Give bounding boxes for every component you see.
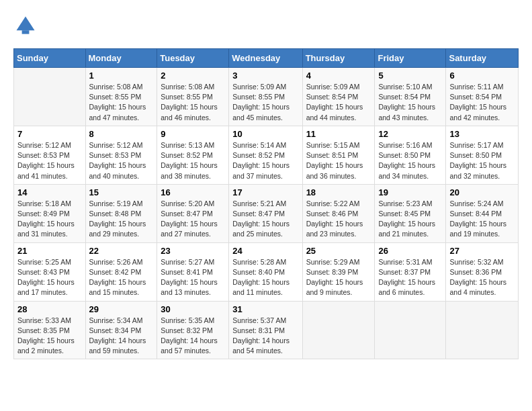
day-info: Sunrise: 5:10 AMSunset: 8:54 PMDaylight:… xyxy=(378,82,442,123)
calendar-cell: 24Sunrise: 5:28 AMSunset: 8:40 PMDayligh… xyxy=(229,242,302,301)
logo xyxy=(13,13,40,38)
calendar-cell: 21Sunrise: 5:25 AMSunset: 8:43 PMDayligh… xyxy=(14,242,86,301)
day-number: 13 xyxy=(449,129,515,139)
calendar-cell: 8Sunrise: 5:12 AMSunset: 8:53 PMDaylight… xyxy=(85,126,157,184)
day-info: Sunrise: 5:20 AMSunset: 8:47 PMDaylight:… xyxy=(161,199,225,240)
day-number: 31 xyxy=(232,304,298,314)
calendar-cell: 22Sunrise: 5:26 AMSunset: 8:42 PMDayligh… xyxy=(85,242,157,301)
day-info: Sunrise: 5:11 AMSunset: 8:54 PMDaylight:… xyxy=(449,82,515,123)
weekday-header: Friday xyxy=(375,49,446,68)
day-info: Sunrise: 5:21 AMSunset: 8:47 PMDaylight:… xyxy=(232,199,298,240)
calendar-cell: 30Sunrise: 5:35 AMSunset: 8:32 PMDayligh… xyxy=(157,301,229,359)
day-info: Sunrise: 5:37 AMSunset: 8:31 PMDaylight:… xyxy=(232,316,298,357)
day-info: Sunrise: 5:12 AMSunset: 8:53 PMDaylight:… xyxy=(17,140,82,181)
day-info: Sunrise: 5:27 AMSunset: 8:41 PMDaylight:… xyxy=(161,257,225,298)
calendar-cell: 12Sunrise: 5:16 AMSunset: 8:50 PMDayligh… xyxy=(375,126,446,184)
day-number: 4 xyxy=(306,71,371,81)
day-number: 3 xyxy=(232,71,298,81)
day-info: Sunrise: 5:34 AMSunset: 8:34 PMDaylight:… xyxy=(89,316,154,357)
calendar-week-row: 21Sunrise: 5:25 AMSunset: 8:43 PMDayligh… xyxy=(14,242,519,301)
day-number: 25 xyxy=(306,246,371,256)
day-number: 23 xyxy=(161,246,225,256)
calendar-cell: 27Sunrise: 5:32 AMSunset: 8:36 PMDayligh… xyxy=(446,242,519,301)
day-info: Sunrise: 5:13 AMSunset: 8:52 PMDaylight:… xyxy=(161,140,225,181)
day-info: Sunrise: 5:29 AMSunset: 8:39 PMDaylight:… xyxy=(306,257,371,298)
day-number: 21 xyxy=(17,246,82,256)
day-info: Sunrise: 5:23 AMSunset: 8:45 PMDaylight:… xyxy=(378,199,442,240)
day-number: 14 xyxy=(17,187,82,197)
calendar-cell: 16Sunrise: 5:20 AMSunset: 8:47 PMDayligh… xyxy=(157,184,229,242)
day-number: 26 xyxy=(378,246,442,256)
calendar-week-row: 14Sunrise: 5:18 AMSunset: 8:49 PMDayligh… xyxy=(14,184,519,242)
calendar-cell: 19Sunrise: 5:23 AMSunset: 8:45 PMDayligh… xyxy=(375,184,446,242)
day-number: 10 xyxy=(232,129,298,139)
day-number: 24 xyxy=(232,246,298,256)
day-info: Sunrise: 5:31 AMSunset: 8:37 PMDaylight:… xyxy=(378,257,442,298)
weekday-header-row: SundayMondayTuesdayWednesdayThursdayFrid… xyxy=(14,49,519,68)
day-info: Sunrise: 5:08 AMSunset: 8:55 PMDaylight:… xyxy=(161,82,225,123)
calendar-week-row: 1Sunrise: 5:08 AMSunset: 8:55 PMDaylight… xyxy=(14,68,519,126)
calendar-week-row: 28Sunrise: 5:33 AMSunset: 8:35 PMDayligh… xyxy=(14,301,519,359)
day-info: Sunrise: 5:22 AMSunset: 8:46 PMDaylight:… xyxy=(306,199,371,240)
day-info: Sunrise: 5:08 AMSunset: 8:55 PMDaylight:… xyxy=(89,82,154,123)
day-number: 18 xyxy=(306,187,371,197)
calendar-cell: 7Sunrise: 5:12 AMSunset: 8:53 PMDaylight… xyxy=(14,126,86,184)
day-number: 27 xyxy=(449,246,515,256)
day-number: 19 xyxy=(378,187,442,197)
weekday-header: Sunday xyxy=(14,49,86,68)
calendar-cell: 15Sunrise: 5:19 AMSunset: 8:48 PMDayligh… xyxy=(85,184,157,242)
calendar-cell: 10Sunrise: 5:14 AMSunset: 8:52 PMDayligh… xyxy=(229,126,302,184)
day-info: Sunrise: 5:09 AMSunset: 8:54 PMDaylight:… xyxy=(306,82,371,123)
calendar-cell: 25Sunrise: 5:29 AMSunset: 8:39 PMDayligh… xyxy=(302,242,375,301)
calendar-cell: 1Sunrise: 5:08 AMSunset: 8:55 PMDaylight… xyxy=(85,68,157,126)
day-info: Sunrise: 5:14 AMSunset: 8:52 PMDaylight:… xyxy=(232,140,298,181)
calendar-cell: 5Sunrise: 5:10 AMSunset: 8:54 PMDaylight… xyxy=(375,68,446,126)
calendar-cell: 3Sunrise: 5:09 AMSunset: 8:55 PMDaylight… xyxy=(229,68,302,126)
day-info: Sunrise: 5:33 AMSunset: 8:35 PMDaylight:… xyxy=(17,316,82,357)
calendar-cell: 23Sunrise: 5:27 AMSunset: 8:41 PMDayligh… xyxy=(157,242,229,301)
day-info: Sunrise: 5:18 AMSunset: 8:49 PMDaylight:… xyxy=(17,199,82,240)
weekday-header: Monday xyxy=(85,49,157,68)
day-info: Sunrise: 5:26 AMSunset: 8:42 PMDaylight:… xyxy=(89,257,154,298)
calendar-cell xyxy=(375,301,446,359)
calendar-cell: 14Sunrise: 5:18 AMSunset: 8:49 PMDayligh… xyxy=(14,184,86,242)
day-number: 6 xyxy=(449,71,515,81)
svg-rect-1 xyxy=(22,30,30,34)
calendar-table: SundayMondayTuesdayWednesdayThursdayFrid… xyxy=(13,48,519,359)
calendar-cell: 26Sunrise: 5:31 AMSunset: 8:37 PMDayligh… xyxy=(375,242,446,301)
page-header xyxy=(13,13,519,38)
day-info: Sunrise: 5:16 AMSunset: 8:50 PMDaylight:… xyxy=(378,140,442,181)
weekday-header: Wednesday xyxy=(229,49,302,68)
day-info: Sunrise: 5:35 AMSunset: 8:32 PMDaylight:… xyxy=(161,316,225,357)
calendar-cell: 6Sunrise: 5:11 AMSunset: 8:54 PMDaylight… xyxy=(446,68,519,126)
day-info: Sunrise: 5:09 AMSunset: 8:55 PMDaylight:… xyxy=(232,82,298,123)
calendar-cell xyxy=(302,301,375,359)
calendar-cell: 2Sunrise: 5:08 AMSunset: 8:55 PMDaylight… xyxy=(157,68,229,126)
day-number: 30 xyxy=(161,304,225,314)
weekday-header: Tuesday xyxy=(157,49,229,68)
day-number: 11 xyxy=(306,129,371,139)
day-number: 16 xyxy=(161,187,225,197)
day-number: 1 xyxy=(89,71,154,81)
calendar-cell xyxy=(14,68,86,126)
day-info: Sunrise: 5:25 AMSunset: 8:43 PMDaylight:… xyxy=(17,257,82,298)
calendar-cell: 28Sunrise: 5:33 AMSunset: 8:35 PMDayligh… xyxy=(14,301,86,359)
day-info: Sunrise: 5:17 AMSunset: 8:50 PMDaylight:… xyxy=(449,140,515,181)
day-number: 2 xyxy=(161,71,225,81)
day-number: 15 xyxy=(89,187,154,197)
day-number: 8 xyxy=(89,129,154,139)
day-info: Sunrise: 5:12 AMSunset: 8:53 PMDaylight:… xyxy=(89,140,154,181)
day-number: 12 xyxy=(378,129,442,139)
day-number: 9 xyxy=(161,129,225,139)
weekday-header: Thursday xyxy=(302,49,375,68)
calendar-cell: 20Sunrise: 5:24 AMSunset: 8:44 PMDayligh… xyxy=(446,184,519,242)
calendar-week-row: 7Sunrise: 5:12 AMSunset: 8:53 PMDaylight… xyxy=(14,126,519,184)
day-info: Sunrise: 5:24 AMSunset: 8:44 PMDaylight:… xyxy=(449,199,515,240)
day-number: 22 xyxy=(89,246,154,256)
day-number: 17 xyxy=(232,187,298,197)
calendar-cell: 18Sunrise: 5:22 AMSunset: 8:46 PMDayligh… xyxy=(302,184,375,242)
day-info: Sunrise: 5:19 AMSunset: 8:48 PMDaylight:… xyxy=(89,199,154,240)
calendar-cell xyxy=(446,301,519,359)
weekday-header: Saturday xyxy=(446,49,519,68)
day-info: Sunrise: 5:15 AMSunset: 8:51 PMDaylight:… xyxy=(306,140,371,181)
